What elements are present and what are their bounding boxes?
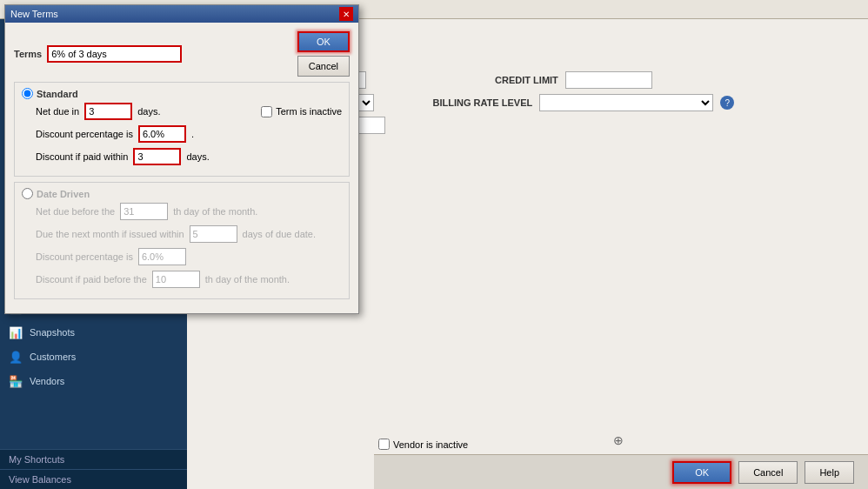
- net-due-suffix: days.: [137, 106, 160, 117]
- modal-title: New Terms: [10, 9, 58, 19]
- net-due-prefix: Net due in: [36, 106, 79, 117]
- terms-field-label: Terms: [14, 49, 42, 59]
- net-due-row: Net due in days. Term is inactive: [36, 103, 342, 120]
- cancel-button-modal[interactable]: Cancel: [297, 56, 350, 77]
- dd-discount-before-row: Discount if paid before the th day of th…: [36, 271, 342, 288]
- dd-discount-before-suffix: th day of the month.: [205, 274, 290, 285]
- discount-paid-suffix: days.: [186, 151, 209, 162]
- net-due-input[interactable]: [84, 103, 132, 120]
- date-driven-radio[interactable]: [22, 188, 33, 199]
- discount-paid-input[interactable]: [133, 148, 181, 165]
- dd-net-due-row: Net due before the th day of the month.: [36, 203, 342, 220]
- discount-pct-row: Discount percentage is .: [36, 125, 342, 143]
- terms-field-input[interactable]: [47, 45, 182, 63]
- terms-name-row: Terms OK Cancel: [14, 31, 350, 77]
- discount-pct-input[interactable]: [138, 125, 186, 143]
- discount-pct-suffix: .: [191, 129, 194, 139]
- dd-discount-before-prefix: Discount if paid before the: [36, 274, 147, 285]
- new-terms-modal: New Terms ✕ Terms OK Cancel Standard: [4, 4, 359, 314]
- modal-body: Terms OK Cancel Standard Net due in days…: [5, 23, 358, 313]
- modal-overlay: New Terms ✕ Terms OK Cancel Standard: [0, 0, 868, 489]
- dd-next-month-row: Due the next month if issued within days…: [36, 225, 342, 243]
- dd-discount-pct-input[interactable]: [138, 248, 186, 265]
- date-driven-section: Date Driven Net due before the th day of…: [14, 182, 350, 299]
- standard-label: Standard: [37, 89, 78, 99]
- dd-net-due-prefix: Net due before the: [36, 206, 115, 217]
- standard-radio[interactable]: [22, 88, 33, 99]
- dd-net-due-suffix: th day of the month.: [173, 206, 257, 217]
- discount-paid-row: Discount if paid within days.: [36, 148, 342, 165]
- discount-pct-prefix: Discount percentage is: [36, 129, 133, 139]
- standard-radio-row: Standard: [22, 88, 342, 99]
- date-driven-label: Date Driven: [37, 189, 90, 199]
- term-inactive-label: Term is inactive: [276, 106, 342, 117]
- discount-paid-prefix: Discount if paid within: [36, 151, 128, 162]
- ok-button-modal[interactable]: OK: [297, 31, 350, 52]
- dd-next-month-suffix: days of due date.: [243, 229, 316, 239]
- term-inactive-checkbox[interactable]: [261, 106, 272, 117]
- modal-close-button[interactable]: ✕: [339, 7, 353, 21]
- dd-next-month-input[interactable]: [190, 225, 237, 243]
- dd-discount-before-input[interactable]: [152, 271, 200, 288]
- dd-next-month-prefix: Due the next month if issued within: [36, 229, 184, 239]
- standard-section: Standard Net due in days. Term is inacti…: [14, 82, 350, 177]
- date-driven-radio-row: Date Driven: [22, 188, 342, 199]
- modal-title-bar: New Terms ✕: [5, 5, 358, 23]
- dd-discount-pct-prefix: Discount percentage is: [36, 251, 133, 262]
- dd-net-due-input[interactable]: [120, 203, 168, 220]
- dd-discount-pct-row: Discount percentage is: [36, 248, 342, 265]
